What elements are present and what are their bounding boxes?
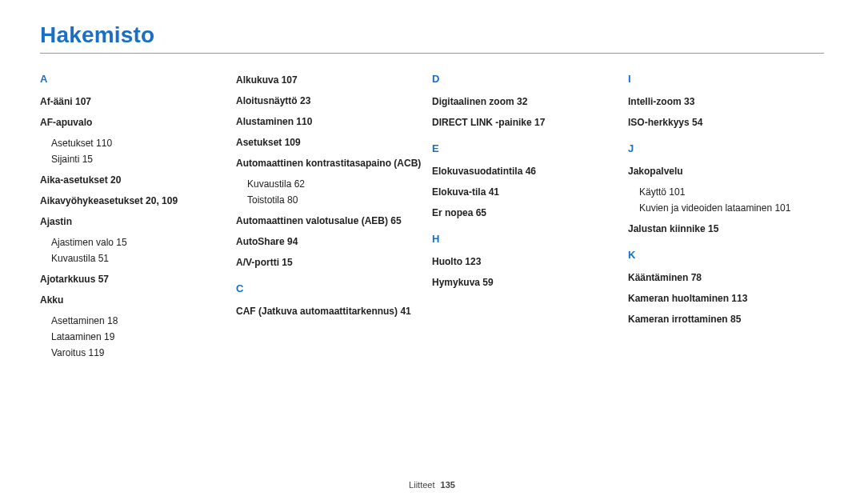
index-entry-label[interactable]: Kameran huoltaminen 113 — [628, 291, 816, 306]
index-entry: AutoShare 94 — [236, 234, 424, 249]
index-subentry[interactable]: Varoitus 119 — [40, 346, 228, 361]
index-entry-label[interactable]: Elokuva-tila 41 — [432, 185, 620, 199]
index-entry: Jalustan kiinnike 15 — [628, 222, 816, 236]
page: Hakemisto AAf-ääni 107AF-apuvaloAsetukse… — [0, 0, 864, 504]
index-entry-label[interactable]: Jalustan kiinnike 15 — [628, 222, 816, 236]
index-entry: Alkukuva 107 — [236, 73, 424, 87]
index-entry-label[interactable]: Elokuvasuodatintila 46 — [432, 164, 620, 178]
index-entry-label[interactable]: Intelli-zoom 33 — [628, 94, 816, 109]
index-entry: Aika-asetukset 20 — [40, 173, 228, 187]
index-entry-label[interactable]: Automaattinen valotusalue (AEB) 65 — [236, 214, 424, 228]
index-entry: A/V-portti 15 — [236, 255, 424, 270]
index-entry-label[interactable]: Alkukuva 107 — [236, 73, 424, 87]
section-letter: D — [432, 73, 620, 85]
index-col-1: AAf-ääni 107AF-apuvaloAsetukset 110Sijai… — [40, 73, 236, 366]
index-entry: Kääntäminen 78 — [628, 270, 816, 285]
index-entry: Aikavyöhykeasetukset 20, 109 — [40, 194, 228, 208]
index-entry: Hymykuva 59 — [432, 275, 620, 290]
index-entry-label[interactable]: Ajotarkkuus 57 — [40, 272, 228, 286]
index-entry: Kameran irrottaminen 85 — [628, 312, 816, 326]
index-subentry[interactable]: Sijainti 15 — [40, 152, 228, 167]
index-entry-label[interactable]: ISO-herkkyys 54 — [628, 115, 816, 130]
index-entry-label[interactable]: Hymykuva 59 — [432, 275, 620, 290]
index-entry: Aloitusnäyttö 23 — [236, 94, 424, 108]
index-entry-label[interactable]: Kameran irrottaminen 85 — [628, 312, 816, 326]
index-entry-label[interactable]: Kääntäminen 78 — [628, 270, 816, 285]
index-col-4: IIntelli-zoom 33ISO-herkkyys 54JJakopalv… — [628, 73, 824, 366]
index-subentry[interactable]: Toistotila 80 — [236, 193, 424, 208]
index-subentry[interactable]: Asetukset 110 — [40, 136, 228, 151]
section-letter: H — [432, 233, 620, 245]
index-entry: Elokuva-tila 41 — [432, 185, 620, 199]
index-entry: Kameran huoltaminen 113 — [628, 291, 816, 306]
index-entry-label[interactable]: DIRECT LINK -painike 17 — [432, 115, 620, 130]
index-entry: AkkuAsettaminen 18Lataaminen 19Varoitus … — [40, 293, 228, 360]
index-entry-label[interactable]: Akku — [40, 293, 228, 307]
title-rule — [40, 53, 824, 54]
footer-page-number: 135 — [441, 480, 455, 490]
index-columns: AAf-ääni 107AF-apuvaloAsetukset 110Sijai… — [40, 73, 824, 366]
index-entry-label[interactable]: Ajastin — [40, 214, 228, 229]
index-entry: Er nopea 65 — [432, 206, 620, 220]
footer-label: Liitteet — [409, 480, 434, 490]
index-entry: Alustaminen 110 — [236, 114, 424, 129]
index-entry-label[interactable]: Alustaminen 110 — [236, 114, 424, 129]
index-subentry[interactable]: Kuvaustila 62 — [236, 177, 424, 192]
index-entry-label[interactable]: Digitaalinen zoom 32 — [432, 94, 620, 109]
index-entry: CAF (Jatkuva automaattitarkennus) 41 — [236, 304, 424, 318]
index-subentry[interactable]: Käyttö 101 — [628, 185, 816, 200]
index-subentry[interactable]: Kuvaustila 51 — [40, 251, 228, 266]
index-subentry[interactable]: Ajastimen valo 15 — [40, 235, 228, 250]
section-letter: A — [40, 73, 228, 85]
index-subentry[interactable]: Kuvien ja videoiden lataaminen 101 — [628, 201, 816, 216]
index-subentry[interactable]: Asettaminen 18 — [40, 314, 228, 329]
page-footer: Liitteet 135 — [0, 480, 864, 490]
index-subentry[interactable]: Lataaminen 19 — [40, 330, 228, 345]
index-entry: Intelli-zoom 33 — [628, 94, 816, 109]
index-entry: Ajotarkkuus 57 — [40, 272, 228, 286]
index-entry-label[interactable]: Er nopea 65 — [432, 206, 620, 220]
index-entry-label[interactable]: Jakopalvelu — [628, 164, 816, 178]
index-entry: Asetukset 109 — [236, 135, 424, 150]
index-entry-label[interactable]: AutoShare 94 — [236, 234, 424, 249]
section-letter: E — [432, 142, 620, 154]
index-entry-label[interactable]: Aikavyöhykeasetukset 20, 109 — [40, 194, 228, 208]
index-col-2: Alkukuva 107Aloitusnäyttö 23Alustaminen … — [236, 73, 432, 366]
index-entry-label[interactable]: CAF (Jatkuva automaattitarkennus) 41 — [236, 304, 424, 318]
section-letter: C — [236, 282, 424, 294]
index-entry: AF-apuvaloAsetukset 110Sijainti 15 — [40, 115, 228, 166]
index-entry: JakopalveluKäyttö 101Kuvien ja videoiden… — [628, 164, 816, 215]
index-col-3: DDigitaalinen zoom 32DIRECT LINK -painik… — [432, 73, 628, 366]
section-letter: I — [628, 73, 816, 85]
index-entry-label[interactable]: Aloitusnäyttö 23 — [236, 94, 424, 108]
index-entry: Elokuvasuodatintila 46 — [432, 164, 620, 178]
index-entry-label[interactable]: Aika-asetukset 20 — [40, 173, 228, 187]
index-entry-label[interactable]: Asetukset 109 — [236, 135, 424, 150]
page-title: Hakemisto — [40, 22, 824, 48]
index-entry-label[interactable]: A/V-portti 15 — [236, 255, 424, 270]
index-entry: AjastinAjastimen valo 15Kuvaustila 51 — [40, 214, 228, 266]
index-entry: DIRECT LINK -painike 17 — [432, 115, 620, 130]
index-entry: Digitaalinen zoom 32 — [432, 94, 620, 109]
section-letter: J — [628, 142, 816, 154]
index-entry-label[interactable]: Automaattinen kontrastitasapaino (ACB) — [236, 156, 424, 170]
section-letter: K — [628, 249, 816, 261]
index-entry-label[interactable]: Af-ääni 107 — [40, 94, 228, 109]
index-entry: ISO-herkkyys 54 — [628, 115, 816, 130]
index-entry-label[interactable]: AF-apuvalo — [40, 115, 228, 130]
index-entry: Automaattinen kontrastitasapaino (ACB)Ku… — [236, 156, 424, 207]
index-entry: Huolto 123 — [432, 254, 620, 269]
index-entry-label[interactable]: Huolto 123 — [432, 254, 620, 269]
index-entry: Automaattinen valotusalue (AEB) 65 — [236, 214, 424, 228]
index-entry: Af-ääni 107 — [40, 94, 228, 109]
